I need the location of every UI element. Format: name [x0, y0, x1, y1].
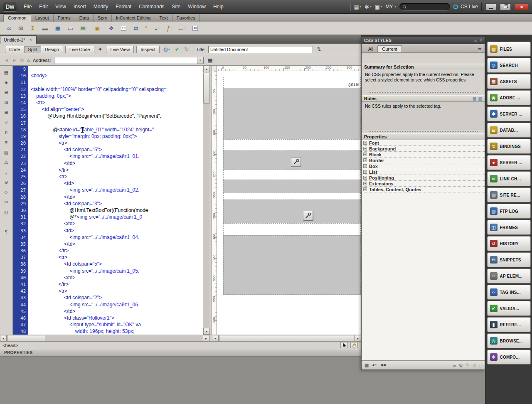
code-line-14[interactable]: 14 <tr>: [13, 99, 203, 106]
indent-code-icon[interactable]: →: [2, 219, 10, 225]
scroll-right-icon[interactable]: ▸: [203, 335, 209, 342]
hand-tool-icon[interactable]: [350, 342, 358, 348]
code-line-17[interactable]: 17: [13, 120, 203, 126]
css-property-category-box[interactable]: +Box: [362, 163, 485, 169]
code-line-46[interactable]: 46 <td class="Rollover1">: [13, 315, 203, 321]
browser-compatibility-panel-button[interactable]: ◎BROWSE...: [487, 333, 531, 348]
css-property-category-list[interactable]: +List: [362, 169, 485, 175]
code-line-11[interactable]: 11: [13, 79, 203, 86]
remove-comment-icon[interactable]: ⊘: [2, 179, 10, 185]
bindings-panel-button[interactable]: ↯BINDINGS: [487, 139, 531, 154]
code-line-45[interactable]: 45 </td>: [13, 308, 203, 315]
show-only-set-properties-icon[interactable]: ✱✱↓: [381, 363, 387, 367]
reference-panel-button[interactable]: ▮REFERE...: [487, 317, 531, 332]
menu-help[interactable]: Help: [209, 0, 227, 13]
show-cascade-icon[interactable]: ▤: [473, 96, 476, 101]
document-tab[interactable]: Untitled-1* ×: [0, 35, 37, 44]
frames-panel-button[interactable]: ◫FRAMES: [487, 220, 531, 235]
code-line-41[interactable]: 41 </tr>: [13, 281, 203, 288]
code-line-24[interactable]: 24 </tr>: [13, 167, 203, 173]
attach-style-sheet-icon[interactable]: ∞: [453, 363, 456, 368]
file-management-icon[interactable]: ⇅: [315, 46, 323, 53]
code-line-42[interactable]: 42 <tr>: [13, 288, 203, 294]
code-line-15[interactable]: 15 <td align="center">: [13, 106, 203, 113]
components-panel-button[interactable]: ❖COMPO...: [487, 350, 531, 365]
code-line-13[interactable]: 13 padding: 0px;">: [13, 93, 203, 99]
history-panel-button[interactable]: ↺HISTORY: [487, 236, 531, 251]
table-row[interactable]: [223, 223, 361, 236]
site-menu-icon[interactable]: ▣▾: [375, 4, 382, 10]
tag-selector-head[interactable]: <head>: [2, 343, 18, 348]
properties-panel-header[interactable]: PROPERTIES: [0, 349, 361, 357]
insert-tab-text[interactable]: Text: [155, 15, 172, 22]
insert-tab-spry[interactable]: Spry: [94, 15, 112, 22]
files-panel-button[interactable]: ▤FILES: [487, 42, 531, 57]
code-line-36[interactable]: 36 </tr>: [13, 247, 203, 254]
code-line-10[interactable]: 10<body>: [13, 72, 203, 79]
expand-all-icon[interactable]: ⊞: [2, 109, 10, 116]
open-documents-icon[interactable]: ▤: [2, 69, 10, 76]
images-icon[interactable]: ▤▾: [79, 24, 89, 32]
scrollbar-thumb[interactable]: [219, 335, 354, 341]
code-line-16[interactable]: 16 @Using Html.BeginForm("SetBarcode", "…: [13, 113, 203, 119]
script-icon[interactable]: ƒ▾: [165, 24, 173, 32]
section-resize-handle[interactable]: [362, 130, 485, 133]
css-property-category-tables-content-quotes[interactable]: +Tables, Content, Quotes: [362, 187, 485, 192]
widget-icon[interactable]: ❖: [107, 24, 116, 32]
code-line-43[interactable]: 43 <td colspan="2">: [13, 294, 203, 301]
menu-view[interactable]: View: [52, 0, 70, 13]
section-resize-handle[interactable]: [362, 89, 485, 95]
snippets-panel-button[interactable]: ✂SNIPPETS: [487, 252, 531, 267]
dropdown-arrow-icon[interactable]: ▾: [184, 27, 185, 30]
adobe-browserlab-panel-button[interactable]: ◉ADOBE ...: [487, 90, 531, 105]
preview-in-browser-icon[interactable]: ◍▾: [162, 46, 171, 53]
code-view-button[interactable]: Code: [5, 46, 24, 53]
insert-tab-forms[interactable]: Forms: [54, 15, 75, 22]
code-line-23[interactable]: 23 </td>: [13, 160, 203, 167]
stop-icon[interactable]: ⊗: [20, 57, 24, 63]
databases-panel-button[interactable]: ⊟DATAB...: [487, 123, 531, 138]
show-list-view-icon[interactable]: Az↓: [372, 363, 377, 367]
expand-icon[interactable]: +: [363, 147, 367, 150]
link-checker-panel-button[interactable]: ∞LINK CH...: [487, 171, 531, 186]
code-line-39[interactable]: 39 <img src="../../image/сайт1_05.: [13, 268, 203, 274]
cs-live-button[interactable]: CS Live: [453, 4, 478, 10]
inspect-button[interactable]: Inspect: [136, 46, 159, 53]
design-table[interactable]: [223, 77, 361, 295]
code-line-48[interactable]: 48 width: 196px; height: 53px;: [13, 328, 203, 335]
hyperlink-icon[interactable]: ∞: [5, 24, 13, 32]
design-view-button[interactable]: Design: [41, 46, 63, 53]
scroll-up-icon[interactable]: ▴: [203, 66, 210, 72]
code-line-19[interactable]: 19 style="margin: 0px; padding: 0px;">: [13, 133, 203, 140]
live-view-options-icon[interactable]: ✦: [97, 46, 104, 53]
delete-css-rule-icon[interactable]: ▯: [479, 362, 482, 368]
disable-css-property-icon[interactable]: ⊘: [473, 362, 476, 368]
email-link-icon[interactable]: ✉: [17, 24, 25, 32]
css-property-category-positioning[interactable]: +Positioning: [362, 175, 485, 181]
insert-tab-layout[interactable]: Layout: [31, 15, 54, 22]
css-property-category-font[interactable]: +Font: [362, 140, 485, 146]
table-icon[interactable]: ▦: [53, 24, 62, 32]
assets-panel-button[interactable]: ▦ASSETS: [487, 74, 531, 89]
forward-icon[interactable]: ►: [12, 57, 17, 63]
code-line-28[interactable]: 28 </td>: [13, 194, 203, 200]
close-button[interactable]: ×: [515, 3, 529, 10]
dropdown-arrow-icon[interactable]: ▾: [158, 27, 160, 30]
code-line-40[interactable]: 40 </td>: [13, 274, 203, 281]
code-line-30[interactable]: 30 @Html.TextBoxFor((Function(mode: [13, 207, 203, 214]
code-line-26[interactable]: 26 <td>: [13, 180, 203, 187]
insert-tab-favorites[interactable]: Favorites: [172, 15, 200, 22]
new-css-rule-icon[interactable]: ⊕: [459, 362, 463, 368]
scroll-left-icon[interactable]: ◂: [0, 335, 7, 342]
collapse-full-tag-icon[interactable]: ⊟: [2, 89, 10, 96]
select-parent-tag-icon[interactable]: ◁: [2, 119, 10, 126]
insert-tab-incontext-editing[interactable]: InContext Editing: [112, 15, 155, 22]
image-placeholder[interactable]: [223, 200, 361, 224]
code-line-27[interactable]: 27 <img src="../../image/сайт1_02.: [13, 187, 203, 193]
code-line-9[interactable]: 9: [13, 66, 203, 72]
check-browser-compatibility-icon[interactable]: ✔: [174, 46, 181, 53]
show-summary-icon[interactable]: ▥: [478, 96, 482, 101]
expand-icon[interactable]: +: [363, 187, 367, 191]
expand-icon[interactable]: +: [363, 170, 367, 174]
show-code-navigator-icon[interactable]: ◈: [2, 79, 10, 86]
